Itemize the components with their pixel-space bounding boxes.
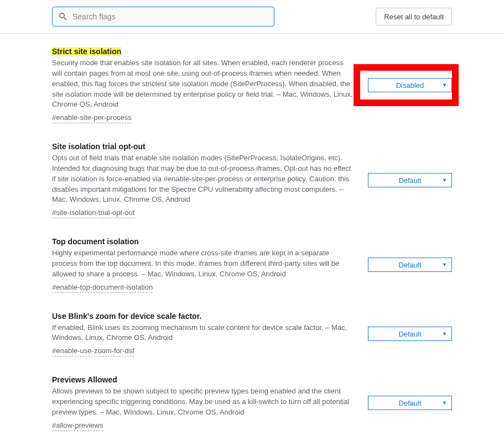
reset-button[interactable]: Reset all to default (376, 8, 452, 25)
flag-select[interactable]: Default▼ (368, 173, 452, 187)
flag-select-value: Default (398, 261, 421, 269)
flag-description: Opts out of field trials that enable sit… (52, 153, 355, 205)
flag-item: Previews AllowedAllows previews to be sh… (52, 375, 452, 431)
search-input[interactable] (72, 12, 268, 21)
flag-description: Highly experimental performance mode whe… (52, 248, 355, 280)
search-icon (58, 12, 68, 22)
flag-item: Use Blink's zoom for device scale factor… (52, 312, 452, 357)
top-bar: Reset all to default (0, 0, 504, 34)
flag-title: Previews Allowed (52, 375, 117, 384)
flag-select-value: Default (398, 399, 421, 407)
flag-select-value: Default (398, 176, 421, 185)
flag-item: Site isolation trial opt-outOpts out of … (52, 142, 452, 218)
chevron-down-icon: ▼ (442, 177, 447, 183)
flag-select[interactable]: Default▼ (368, 327, 452, 341)
flag-select[interactable]: Default▼ (368, 258, 452, 272)
chevron-down-icon: ▼ (442, 400, 447, 406)
flag-hash-link[interactable]: #enable-top-document-isolation (52, 283, 153, 293)
flag-select[interactable]: Default▼ (368, 396, 452, 410)
flag-description: Security mode that enables site isolatio… (52, 58, 355, 110)
flags-list: Strict site isolationSecurity mode that … (0, 34, 504, 446)
flag-title: Top document isolation (52, 237, 139, 246)
flag-title: Use Blink's zoom for device scale factor… (52, 312, 201, 321)
flag-select-value: Default (398, 330, 421, 338)
flag-item: Strict site isolationSecurity mode that … (52, 47, 452, 123)
flag-item: Top document isolationHighly experimenta… (52, 237, 452, 292)
chevron-down-icon: ▼ (442, 82, 447, 88)
flag-select-value: Disabled (396, 81, 424, 90)
flag-hash-link[interactable]: #enable-use-zoom-for-dsf (52, 347, 134, 356)
flag-title: Strict site isolation (52, 47, 121, 56)
flag-select[interactable]: Disabled▼ (368, 78, 452, 92)
flag-description: If enabled, Blink uses its zooming mecha… (52, 323, 355, 344)
flag-title: Site isolation trial opt-out (52, 142, 146, 151)
flag-hash-link[interactable]: #site-isolation-trial-opt-out (52, 208, 135, 218)
search-box[interactable] (52, 7, 274, 27)
chevron-down-icon: ▼ (442, 331, 447, 337)
flag-hash-link[interactable]: #allow-previews (52, 421, 103, 431)
flag-description: Allows previews to be shown subject to s… (52, 386, 355, 418)
chevron-down-icon: ▼ (442, 262, 447, 267)
flag-hash-link[interactable]: #enable-site-per-process (52, 113, 132, 123)
